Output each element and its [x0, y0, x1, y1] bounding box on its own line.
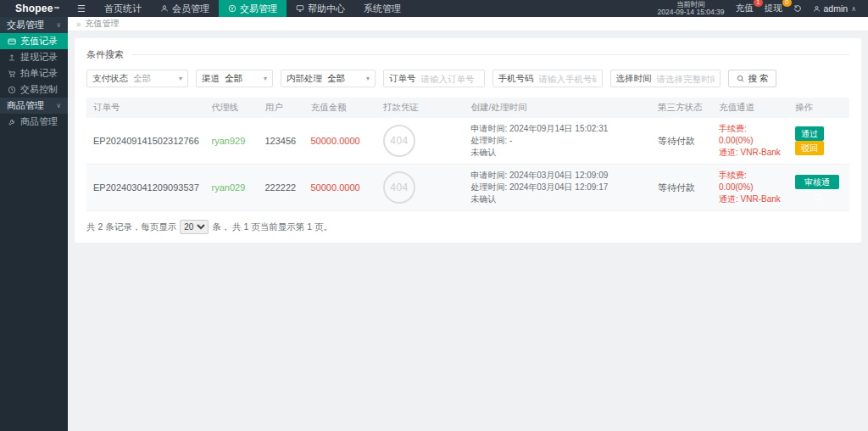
withdraw-label: 提现 — [765, 3, 782, 13]
internal-select[interactable]: 全部 ▾ — [327, 70, 375, 87]
phone-group: 手机号码 — [492, 70, 603, 87]
col-amount: 充值金额 — [304, 98, 377, 118]
time-group: 选择时间 — [610, 70, 721, 87]
time-input[interactable] — [657, 70, 720, 87]
hand-withdraw-icon — [8, 53, 16, 62]
table-row: EP202409141502312766 ryan929 123456 5000… — [86, 118, 849, 165]
breadcrumb: » 充值管理 — [68, 17, 868, 31]
withdraw-shortcut[interactable]: 提现 0 — [765, 3, 782, 14]
phone-input[interactable] — [539, 70, 602, 87]
nav-label: 首页统计 — [104, 3, 142, 15]
nav-label: 帮助中心 — [308, 3, 345, 15]
user-menu[interactable]: admin ∧ — [813, 3, 856, 14]
channel-value: 全部 — [225, 73, 242, 85]
voucher-404-placeholder[interactable]: 404 — [383, 125, 415, 157]
internal-label: 内部处理 — [281, 73, 327, 85]
trademark-sup: ™ — [54, 6, 60, 12]
sidebar-item-recharge-records[interactable]: 充值记录 — [0, 33, 68, 49]
sidebar-item-order-records[interactable]: 拍单记录 — [0, 65, 68, 81]
hamburger-icon: ☰ — [77, 3, 86, 14]
col-user: 用户 — [259, 98, 304, 118]
sidebar-item-product-management[interactable]: 商品管理 — [0, 114, 68, 130]
cell-third-status: 等待付款 — [651, 118, 712, 165]
cell-channel: 手续费: 0.00(0%) 通道: VNR-Bank — [712, 165, 788, 211]
chevron-down-icon: ∨ — [56, 21, 61, 29]
nav-item-home-stats[interactable]: 首页统计 — [95, 0, 151, 17]
order-no-input[interactable] — [421, 70, 484, 87]
caret-down-icon: ▾ — [264, 75, 267, 82]
brand-text: Shopee — [15, 3, 53, 14]
legend-divider — [132, 54, 849, 55]
cell-voucher: 404 — [376, 165, 465, 211]
channel-group: 渠道 全部 ▾ — [196, 70, 273, 87]
caret-up-icon: ∧ — [851, 5, 856, 13]
main-area: » 充值管理 条件搜索 支付状态 全部 ▾ — [68, 17, 868, 431]
cell-agent: ryan029 — [205, 165, 259, 211]
recharge-label: 充值 — [736, 3, 754, 13]
content: 条件搜索 支付状态 全部 ▾ 渠道 全部 — [68, 31, 868, 431]
sidebar-item-label: 提现记录 — [20, 51, 58, 64]
pay-status-group: 支付状态 全部 ▾ — [86, 70, 188, 87]
cell-third-status: 等待付款 — [651, 165, 712, 211]
fee-line: 手续费: 0.00(0%) — [719, 170, 782, 193]
recharge-shortcut[interactable]: 充值 1 — [736, 3, 754, 14]
sidebar-group-transactions[interactable]: 交易管理 ∨ — [0, 17, 68, 33]
cart-icon — [8, 70, 16, 78]
sidebar-item-label: 拍单记录 — [20, 67, 58, 80]
cell-amount: 50000.0000 — [304, 118, 377, 165]
confirm-status: 未确认 — [471, 193, 645, 205]
pay-status-select[interactable]: 全部 ▾ — [133, 70, 187, 87]
audit-pass-button[interactable]: 审核通过 — [795, 175, 839, 189]
clock-icon — [8, 86, 16, 94]
col-third-status: 第三方状态 — [651, 98, 712, 118]
nav-item-transactions[interactable]: 交易管理 — [219, 0, 287, 17]
sidebar-item-withdraw-records[interactable]: 提现记录 — [0, 49, 68, 65]
cell-agent: ryan929 — [205, 118, 259, 165]
reject-button[interactable]: 驳回 — [795, 141, 824, 155]
col-actions: 操作 — [788, 98, 849, 118]
sidebar-group-products[interactable]: 商品管理 ∨ — [0, 98, 68, 114]
sidebar-item-label: 交易控制 — [20, 83, 58, 96]
internal-group: 内部处理 全部 ▾ — [281, 70, 376, 87]
apply-time: 申请时间: 2024年03月04日 12:09:09 — [471, 170, 645, 182]
order-no-group: 订单号 — [383, 70, 485, 87]
col-agent: 代理线 — [205, 98, 259, 118]
approve-button[interactable]: 通过 — [795, 126, 824, 141]
channel-label: 渠道 — [197, 73, 225, 85]
search-title: 条件搜索 — [86, 48, 132, 61]
nav-item-help-center[interactable]: 帮助中心 — [287, 0, 354, 17]
recharge-badge: 1 — [754, 0, 762, 7]
apply-time: 申请时间: 2024年09月14日 15:02:31 — [471, 123, 645, 135]
search-button[interactable]: 搜 索 — [728, 70, 777, 87]
sidebar-item-label: 商品管理 — [20, 115, 58, 128]
cell-user: 222222 — [259, 165, 304, 211]
sidebar: 交易管理 ∨ 充值记录 提现记录 拍单记录 交易控制 商品管理 ∨ 商品管理 — [0, 17, 68, 431]
pagination-suffix: 条， 共 1 页当前显示第 1 页。 — [212, 221, 332, 233]
sidebar-item-trade-control[interactable]: 交易控制 — [0, 81, 68, 98]
handle-time: 处理时间: - — [471, 135, 645, 147]
search-icon — [737, 75, 745, 83]
nav-item-members[interactable]: 会员管理 — [151, 0, 219, 17]
cell-voucher: 404 — [376, 118, 465, 165]
nav-label: 交易管理 — [240, 3, 277, 15]
cell-actions: 通过驳回 — [788, 118, 849, 165]
channel-line: 通道: VNR-Bank — [719, 147, 782, 159]
voucher-404-placeholder[interactable]: 404 — [383, 171, 415, 204]
cell-channel: 手续费: 0.00(0%) 通道: VNR-Bank — [712, 118, 788, 165]
order-no-label: 订单号 — [384, 73, 421, 85]
hamburger-button[interactable]: ☰ — [68, 0, 95, 17]
pay-status-label: 支付状态 — [87, 73, 133, 85]
topbar-right: 当前时间 2024-09-14 15:04:39 充值 1 提现 0 admin… — [658, 0, 868, 17]
col-order-no: 订单号 — [86, 98, 205, 118]
cell-actions: 审核通过 — [788, 165, 849, 211]
group-label: 商品管理 — [7, 99, 44, 112]
refresh-icon — [793, 4, 802, 13]
refresh-button[interactable] — [793, 4, 802, 13]
internal-value: 全部 — [327, 73, 345, 85]
page-size-select[interactable]: 20 — [180, 220, 209, 234]
fee-line: 手续费: 0.00(0%) — [719, 123, 782, 147]
nav-item-system[interactable]: 系统管理 — [354, 0, 410, 17]
channel-select[interactable]: 全部 ▾ — [225, 70, 272, 87]
channel-line: 通道: VNR-Bank — [719, 193, 782, 205]
caret-down-icon: ▾ — [366, 75, 370, 82]
